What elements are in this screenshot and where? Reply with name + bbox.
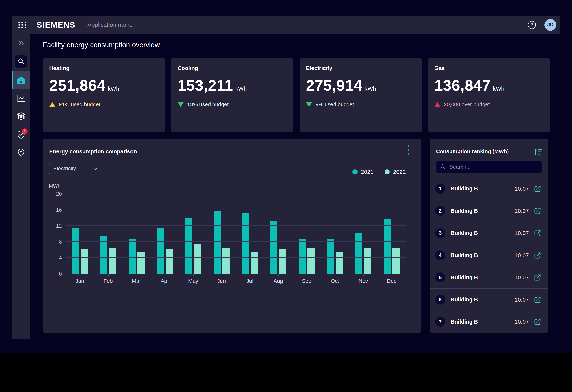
ranking-row: 4 Building B 10.07 xyxy=(429,244,548,266)
bar-2021-apr xyxy=(157,228,164,274)
kpi-label: Heating xyxy=(49,65,159,71)
legend-item-2021[interactable]: 2021 xyxy=(352,169,374,175)
layers-icon xyxy=(17,112,25,120)
app-launcher-button[interactable] xyxy=(18,20,27,30)
open-detail-button[interactable] xyxy=(534,185,541,193)
kpi-value: 275,914 xyxy=(306,78,362,93)
energy-type-select[interactable]: Electricity xyxy=(49,163,102,174)
y-axis-tick-label: 0 xyxy=(43,271,62,277)
sidebar-item-compliance[interactable]: 1 xyxy=(12,125,30,144)
chevron-down-icon xyxy=(93,167,98,170)
external-link-icon xyxy=(534,207,541,214)
y-axis-tick-label: 12 xyxy=(43,223,62,229)
consumption-value: 10.07 xyxy=(515,274,529,281)
rank-number-badge: 6 xyxy=(435,295,445,305)
gridline xyxy=(66,210,406,210)
kpi-status-text: 91% used budget xyxy=(59,101,100,108)
x-axis-tick-label: Jun xyxy=(207,278,236,284)
sidebar-item-home[interactable] xyxy=(12,71,30,89)
user-avatar[interactable]: JD xyxy=(544,19,556,31)
open-detail-button[interactable] xyxy=(534,229,541,237)
bar-group-oct xyxy=(321,194,349,274)
building-name: Building B xyxy=(450,274,478,281)
bar-2022-jan xyxy=(81,248,88,274)
chart-legend: 20212022 xyxy=(352,169,406,175)
kpi-label: Electricity xyxy=(306,65,415,71)
bar-group-feb xyxy=(94,194,123,274)
sort-button[interactable] xyxy=(534,147,543,156)
rank-number-badge: 5 xyxy=(435,273,445,282)
sidebar-item-analytics[interactable] xyxy=(12,89,30,107)
consumption-value: 10.07 xyxy=(515,296,529,303)
sidebar-item-locations[interactable] xyxy=(12,144,30,162)
open-detail-button[interactable] xyxy=(534,296,541,304)
rank-number-badge: 2 xyxy=(435,206,445,216)
ranking-row: 5 Building B 10.07 xyxy=(429,266,548,289)
kpi-label: Gas xyxy=(434,65,544,71)
ranking-list: 1 Building B 10.07 2 Building B 10.07 3 … xyxy=(429,178,548,333)
x-axis-tick-label: Oct xyxy=(321,278,349,284)
sidebar-item-layers[interactable] xyxy=(12,107,30,125)
bar-chart-plot xyxy=(66,194,406,274)
home-icon xyxy=(17,76,25,83)
kpi-label: Cooling xyxy=(178,65,287,71)
card-menu-button[interactable] xyxy=(404,143,413,158)
bar-2022-apr xyxy=(166,249,173,274)
bar-2022-dec xyxy=(393,248,399,274)
legend-dot-icon xyxy=(384,169,390,175)
warning-triangle-up-icon xyxy=(49,102,55,107)
building-name: Building B xyxy=(450,296,478,303)
y-axis-unit-label: MWh xyxy=(49,183,61,189)
bar-2021-jan xyxy=(72,228,79,274)
open-detail-button[interactable] xyxy=(534,318,541,326)
kpi-card-cooling: Cooling 153,211 kWh 13% used budget xyxy=(171,58,293,132)
building-name: Building B xyxy=(450,185,478,192)
ranking-row: 1 Building B 10.07 xyxy=(429,178,548,200)
kpi-status-text: 20,000 over budget xyxy=(444,101,490,108)
search-input[interactable] xyxy=(449,164,538,170)
success-triangle-down-icon xyxy=(306,102,312,107)
bar-2021-mar xyxy=(129,239,136,274)
kpi-unit: kWh xyxy=(365,85,376,92)
legend-item-2022[interactable]: 2022 xyxy=(384,169,406,175)
bar-2021-oct xyxy=(327,239,334,274)
ranking-row: 2 Building B 10.07 xyxy=(429,200,548,222)
open-detail-button[interactable] xyxy=(534,207,541,215)
bar-group-apr xyxy=(151,194,179,274)
external-link-icon xyxy=(534,229,541,237)
bar-2021-jul xyxy=(242,213,249,274)
x-axis-tick-label: Jan xyxy=(66,278,94,284)
kpi-status-text: 9% used budget xyxy=(316,101,354,108)
bar-group-nov xyxy=(349,194,378,274)
help-button[interactable]: ? xyxy=(527,20,537,30)
bar-2022-jul xyxy=(251,252,258,274)
external-link-icon xyxy=(534,252,541,259)
bar-group-jul xyxy=(236,194,264,274)
bar-group-jan xyxy=(66,194,94,274)
bar-2022-aug xyxy=(279,248,286,274)
external-link-icon xyxy=(534,185,541,192)
open-detail-button[interactable] xyxy=(534,274,541,281)
consumption-ranking-card: Consumption ranking (MWh) xyxy=(429,139,548,333)
y-axis-tick-label: 16 xyxy=(43,207,62,213)
sidebar-item-search[interactable] xyxy=(12,52,30,71)
app-window: SIEMENS Application name ? JD xyxy=(12,16,560,339)
bar-2021-dec xyxy=(384,219,391,274)
ranking-row: 3 Building B 10.07 xyxy=(429,222,548,244)
legend-dot-icon xyxy=(352,169,357,175)
bar-2022-may xyxy=(194,244,201,274)
bar-2021-may xyxy=(185,218,192,274)
bar-2021-jun xyxy=(214,211,221,274)
bar-2022-oct xyxy=(336,252,343,274)
open-detail-button[interactable] xyxy=(534,252,541,259)
bar-group-dec xyxy=(378,194,406,274)
y-axis-tick-label: 20 xyxy=(43,191,62,197)
building-name: Building B xyxy=(450,319,478,325)
search-button-surface xyxy=(15,55,27,67)
kpi-card-heating: Heating 251,864 kWh 91% used budget xyxy=(43,58,165,132)
kpi-card-row: Heating 251,864 kWh 91% used budget Cool… xyxy=(43,58,550,132)
kpi-card-gas: Gas 136,847 kWh 20,000 over budget xyxy=(428,58,550,132)
sidebar-item-collapse[interactable] xyxy=(12,34,30,52)
search-icon xyxy=(18,58,25,65)
kpi-unit: kWh xyxy=(108,85,119,92)
